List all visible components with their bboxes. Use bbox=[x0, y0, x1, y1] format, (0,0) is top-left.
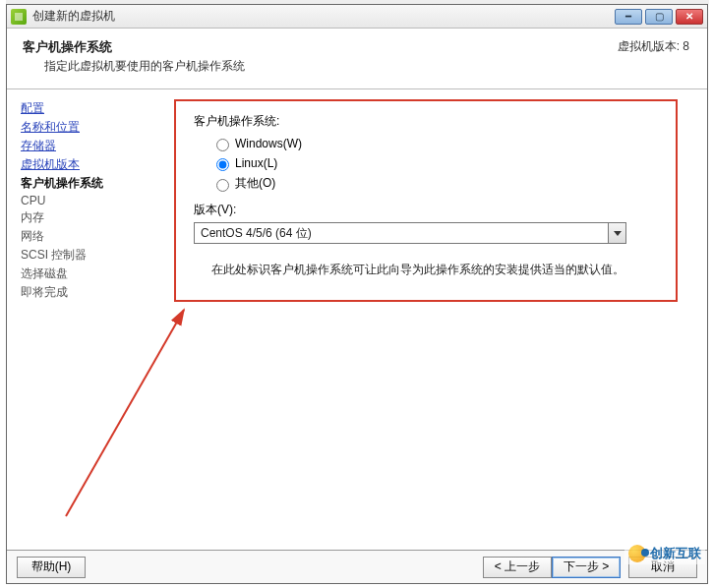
wizard-header: 客户机操作系统 指定此虚拟机要使用的客户机操作系统 虚拟机版本: 8 bbox=[7, 29, 707, 83]
hint-text: 在此处标识客户机操作系统可让此向导为此操作系统的安装提供适当的默认值。 bbox=[194, 262, 658, 278]
sidebar-item-scsi: SCSI 控制器 bbox=[21, 246, 158, 265]
sidebar-item-disk: 选择磁盘 bbox=[21, 265, 158, 283]
help-button[interactable]: 帮助(H) bbox=[17, 557, 86, 578]
radio-other[interactable]: 其他(O) bbox=[211, 175, 654, 192]
version-label: 版本(V): bbox=[194, 202, 658, 218]
sidebar-item-cpu: CPU bbox=[21, 193, 158, 208]
minimize-button[interactable]: ━ bbox=[615, 9, 642, 25]
next-button[interactable]: 下一步 > bbox=[552, 557, 621, 578]
annotation-highlight-box: 客户机操作系统: Windows(W) Linux(L) 其他(O) 版本(V)… bbox=[174, 99, 678, 302]
chevron-down-icon[interactable] bbox=[608, 223, 625, 243]
sidebar-item-name-location[interactable]: 名称和位置 bbox=[21, 118, 158, 137]
radio-linux-input[interactable] bbox=[216, 158, 229, 171]
version-select-value: CentOS 4/5/6 (64 位) bbox=[195, 225, 608, 242]
window-title: 创建新的虚拟机 bbox=[32, 8, 615, 25]
svg-marker-1 bbox=[614, 231, 622, 236]
page-subtitle: 指定此虚拟机要使用的客户机操作系统 bbox=[44, 58, 691, 75]
dialog-window: 创建新的虚拟机 ━ ▢ ✕ 客户机操作系统 指定此虚拟机要使用的客户机操作系统 … bbox=[6, 4, 708, 584]
close-button[interactable]: ✕ bbox=[676, 9, 703, 25]
sidebar-item-guest-os: 客户机操作系统 bbox=[21, 174, 158, 193]
window-buttons: ━ ▢ ✕ bbox=[615, 9, 703, 25]
svg-rect-0 bbox=[15, 13, 23, 21]
radio-other-label: 其他(O) bbox=[235, 175, 275, 192]
sidebar-item-storage[interactable]: 存储器 bbox=[21, 137, 158, 155]
radio-windows[interactable]: Windows(W) bbox=[211, 136, 654, 151]
watermark-icon bbox=[628, 545, 646, 562]
page-title: 客户机操作系统 bbox=[23, 38, 691, 56]
radio-linux-label: Linux(L) bbox=[235, 156, 277, 170]
wizard-sidebar: 配置 名称和位置 存储器 虚拟机版本 客户机操作系统 CPU 内存 网络 SCS… bbox=[7, 89, 164, 542]
sidebar-item-config[interactable]: 配置 bbox=[21, 99, 158, 118]
radio-windows-label: Windows(W) bbox=[235, 137, 302, 150]
wizard-content: 配置 名称和位置 存储器 虚拟机版本 客户机操作系统 CPU 内存 网络 SCS… bbox=[7, 89, 707, 542]
watermark-text: 创新互联 bbox=[650, 545, 701, 562]
vm-version-label: 虚拟机版本: 8 bbox=[618, 38, 689, 55]
version-select[interactable]: CentOS 4/5/6 (64 位) bbox=[194, 222, 626, 244]
radio-other-input[interactable] bbox=[216, 179, 229, 192]
watermark: 创新互联 bbox=[624, 543, 705, 564]
radio-windows-input[interactable] bbox=[216, 139, 229, 151]
wizard-footer: 帮助(H) < 上一步 下一步 > 取消 bbox=[7, 550, 707, 583]
sidebar-item-network: 网络 bbox=[21, 227, 158, 246]
sidebar-item-vm-version[interactable]: 虚拟机版本 bbox=[21, 155, 158, 174]
wizard-main-pane: 客户机操作系统: Windows(W) Linux(L) 其他(O) 版本(V)… bbox=[164, 89, 707, 542]
sidebar-item-ready: 即将完成 bbox=[21, 283, 158, 302]
radio-linux[interactable]: Linux(L) bbox=[211, 155, 654, 171]
guest-os-label: 客户机操作系统: bbox=[194, 113, 658, 130]
sidebar-item-memory: 内存 bbox=[21, 208, 158, 227]
titlebar: 创建新的虚拟机 ━ ▢ ✕ bbox=[7, 5, 707, 29]
back-button[interactable]: < 上一步 bbox=[483, 557, 552, 578]
app-icon bbox=[11, 9, 27, 25]
maximize-button[interactable]: ▢ bbox=[645, 9, 673, 25]
